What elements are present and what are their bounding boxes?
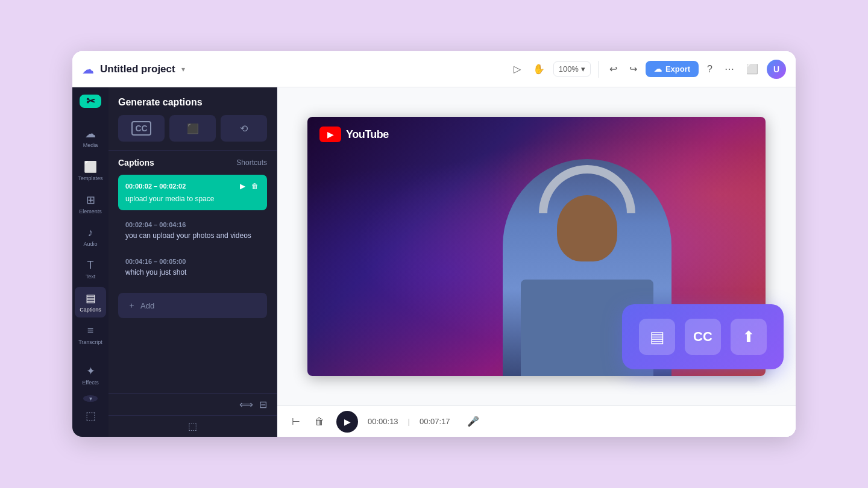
cloud-save-icon[interactable]: ☁ <box>82 62 94 77</box>
sidebar-item-label-text: Text <box>86 274 96 280</box>
app-logo: ✂ <box>80 95 101 108</box>
more-options-button[interactable]: ⋯ <box>721 61 738 77</box>
play-button[interactable]: ▶ <box>336 411 358 433</box>
header-left: ☁ Untitled project ▾ <box>82 62 185 77</box>
caption-time-row-2: 00:02:04 – 00:04:16 <box>125 221 260 228</box>
zoom-control[interactable]: 100% ▾ <box>553 61 591 77</box>
sidebar-item-label-transcript: Transcript <box>78 339 102 345</box>
undo-button[interactable]: ↩ <box>606 61 621 77</box>
sidebar-item-captions[interactable]: ▤ Captions <box>75 287 106 318</box>
add-label: Add <box>140 301 154 310</box>
text-icon: T <box>87 259 94 272</box>
sidebar-item-audio[interactable]: ♪ Audio <box>75 222 106 252</box>
zoom-chevron-icon: ▾ <box>581 64 585 74</box>
subtitle-mode-icon: ⬛ <box>187 123 199 134</box>
elements-icon: ⊞ <box>86 193 95 207</box>
sidebar-item-templates[interactable]: ⬜ Templates <box>75 155 106 186</box>
sidebar-item-text[interactable]: T Text <box>75 254 106 284</box>
float-cc-icon: CC <box>685 319 721 355</box>
search-captions-button[interactable]: ⊟ <box>259 399 267 410</box>
header-controls: ▷ ✋ 100% ▾ ↩ ↪ ☁ Export ? ⋯ ⬜ U <box>510 60 786 79</box>
export-button[interactable]: ☁ Export <box>646 61 699 77</box>
pointer-tool-button[interactable]: ▷ <box>510 61 524 77</box>
caption-play-button-1[interactable]: ▶ <box>239 181 247 192</box>
subtitle-mode-button[interactable]: ⬛ <box>169 115 216 142</box>
floating-card: ▤ CC ⬆ <box>622 304 784 369</box>
caption-delete-button-1[interactable]: 🗑 <box>250 181 260 192</box>
caption-text-3: which you just shot <box>125 267 260 278</box>
zoom-value: 100% <box>559 64 579 74</box>
playback-bar: ⊢ 🗑 ▶ 00:00:13 | 00:07:17 🎤 <box>277 405 796 437</box>
delete-clip-button[interactable]: 🗑 <box>312 414 327 430</box>
youtube-watermark: ▶ YouTube <box>319 127 389 142</box>
float-subtitle-icon: ▤ <box>639 319 675 355</box>
export-cloud-icon: ☁ <box>654 64 662 74</box>
caption-mode-buttons: CC ⬛ ⟲ <box>108 115 277 150</box>
panel-bottom-section: ⬚ <box>108 415 277 437</box>
export-label: Export <box>665 64 690 74</box>
sidebar-item-transcript[interactable]: ≡ Transcript <box>75 320 106 350</box>
split-view-button[interactable]: ⬜ <box>743 61 762 77</box>
caption-time-row-3: 00:04:16 – 00:05:00 <box>125 258 260 265</box>
caption-item-1[interactable]: 00:00:02 – 00:02:02 ▶ 🗑 upload your medi… <box>118 175 267 210</box>
current-time: 00:00:13 <box>368 417 398 426</box>
sidebar-item-bottom[interactable]: ⬚ <box>75 404 106 427</box>
project-title[interactable]: Untitled project <box>100 63 175 75</box>
caption-item-3[interactable]: 00:04:16 – 00:05:00 which you just shot <box>118 252 267 284</box>
caption-time-2: 00:02:04 – 00:04:16 <box>125 221 186 228</box>
main-content: ▶ YouTube <box>277 87 796 437</box>
shortcuts-link[interactable]: Shortcuts <box>236 158 267 167</box>
audio-icon: ♪ <box>88 227 93 239</box>
panel-bottom-button[interactable]: ⬚ <box>188 421 197 432</box>
youtube-text: YouTube <box>346 128 389 141</box>
avatar[interactable]: U <box>767 60 786 79</box>
sidebar-item-label-captions: Captions <box>80 307 101 313</box>
project-title-chevron-icon[interactable]: ▾ <box>181 65 185 74</box>
caption-controls-1: ▶ 🗑 <box>239 181 260 192</box>
captions-icon: ▤ <box>86 292 96 305</box>
sidebar: ✂ ☁ Media ⬜ Templates ⊞ Elements ♪ Audio… <box>72 87 108 437</box>
caption-text-1: upload your media to space <box>125 194 260 204</box>
help-button[interactable]: ? <box>703 61 716 77</box>
divider <box>598 61 599 78</box>
translate-button[interactable]: ⟺ <box>239 399 253 410</box>
sidebar-item-elements[interactable]: ⊞ Elements <box>75 189 106 219</box>
cc-mode-button[interactable]: CC <box>118 115 165 142</box>
cc-mode-icon: CC <box>131 121 151 136</box>
total-time: 00:07:17 <box>420 417 450 426</box>
youtube-logo-icon: ▶ <box>319 127 341 142</box>
sidebar-item-label-effects: Effects <box>82 380 98 386</box>
transcript-icon: ≡ <box>87 325 94 337</box>
sidebar-item-label-templates: Templates <box>78 175 102 181</box>
caption-time-3: 00:04:16 – 00:05:00 <box>125 258 186 265</box>
sidebar-item-label-elements: Elements <box>79 208 102 214</box>
sidebar-item-effects[interactable]: ✦ Effects <box>75 360 106 390</box>
trim-button[interactable]: ⊢ <box>289 413 303 430</box>
captions-section: Captions Shortcuts 00:00:02 – 00:02:02 ▶… <box>108 150 277 288</box>
sidebar-expand-button[interactable]: ▾ <box>83 395 98 402</box>
effects-icon: ✦ <box>86 364 95 378</box>
caption-item-2[interactable]: 00:02:04 – 00:04:16 you can upload your … <box>118 215 267 247</box>
captions-section-title: Captions <box>118 158 154 167</box>
caption-text-2: you can upload your photos and videos <box>125 231 260 241</box>
redo-button[interactable]: ↪ <box>626 61 641 77</box>
add-icon: ＋ <box>128 300 136 311</box>
caption-time-row-1: 00:00:02 – 00:02:02 ▶ 🗑 <box>125 181 260 192</box>
float-upload-icon: ⬆ <box>731 319 767 355</box>
mic-button[interactable]: 🎤 <box>465 413 482 430</box>
video-area: ▶ YouTube <box>277 87 796 405</box>
detect-mode-button[interactable]: ⟲ <box>221 115 267 142</box>
add-caption-button[interactable]: ＋ Add <box>118 293 267 318</box>
header: ☁ Untitled project ▾ ▷ ✋ 100% ▾ ↩ ↪ ☁ Ex… <box>72 51 796 87</box>
panel-footer: ⟺ ⊟ <box>108 393 277 415</box>
main-body: ✂ ☁ Media ⬜ Templates ⊞ Elements ♪ Audio… <box>72 87 796 437</box>
media-icon: ☁ <box>85 127 96 140</box>
detect-mode-icon: ⟲ <box>240 123 248 134</box>
panel-title: Generate captions <box>108 87 277 115</box>
bottom-icon: ⬚ <box>86 409 96 422</box>
caption-time-1: 00:00:02 – 00:02:02 <box>125 183 186 190</box>
captions-panel: Generate captions CC ⬛ ⟲ Captions Shortc… <box>108 87 277 437</box>
sidebar-item-media[interactable]: ☁ Media <box>75 122 106 153</box>
captions-header: Captions Shortcuts <box>118 151 267 175</box>
hand-tool-button[interactable]: ✋ <box>529 61 549 77</box>
